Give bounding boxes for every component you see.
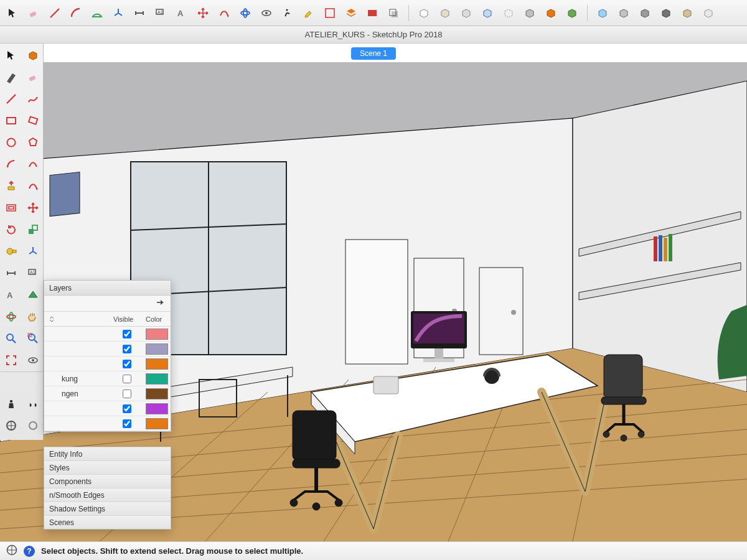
tool-walk-icon[interactable] <box>279 4 296 22</box>
tool-protractor-icon[interactable] <box>88 4 106 22</box>
look-tool-icon[interactable] <box>22 350 44 371</box>
pushpull-tool-icon[interactable] <box>1 175 22 197</box>
tool-eraser-icon[interactable] <box>25 4 42 22</box>
layer-visible-checkbox[interactable] <box>123 390 131 398</box>
paint-bucket-tool-icon[interactable] <box>22 67 44 88</box>
tool-orbit-icon[interactable] <box>237 4 254 22</box>
rotated-rectangle-tool-icon[interactable] <box>22 110 44 131</box>
tool-paint-icon[interactable] <box>300 4 317 22</box>
offset-tool-icon[interactable] <box>1 197 22 218</box>
layer-visible-checkbox[interactable] <box>123 360 131 368</box>
walk-tool-icon[interactable] <box>22 393 44 414</box>
layer-visible-checkbox[interactable] <box>123 404 131 413</box>
tray-components[interactable]: Components <box>44 474 171 488</box>
box-hidden-icon[interactable] <box>500 4 517 22</box>
tool-layers-icon[interactable] <box>342 4 360 22</box>
layer-row[interactable]: ngen <box>44 386 171 401</box>
tool-3dtext-icon[interactable]: A <box>173 4 190 22</box>
layers-menu-icon[interactable] <box>156 298 166 309</box>
tool-scenes-icon[interactable] <box>364 4 381 22</box>
column-color[interactable]: Color <box>143 315 171 323</box>
2pt-arc-tool-icon[interactable] <box>22 154 44 175</box>
box-mono-icon[interactable] <box>521 4 538 22</box>
tape-tool-icon[interactable] <box>1 241 22 262</box>
extra-tool-icon[interactable] <box>22 415 44 436</box>
layer-color-swatch[interactable] <box>146 343 168 355</box>
tool-select-icon[interactable] <box>4 4 21 22</box>
layer-row[interactable] <box>44 342 171 357</box>
zoom-tool-icon[interactable] <box>1 328 22 349</box>
section-tool-icon[interactable] <box>22 284 44 306</box>
tray-styles[interactable]: Styles <box>44 460 171 474</box>
layer-name[interactable]: kung <box>59 375 111 383</box>
3dtext-tool-icon[interactable]: A <box>1 284 22 306</box>
style-c-icon[interactable] <box>636 4 654 22</box>
sandbox-tool-icon[interactable] <box>1 415 22 436</box>
dimension-tool-icon[interactable] <box>1 263 22 284</box>
layer-color-swatch[interactable] <box>146 373 168 385</box>
scale-tool-icon[interactable] <box>22 219 44 240</box>
zoom-window-tool-icon[interactable] <box>22 328 44 349</box>
tool-move-icon[interactable] <box>194 4 212 22</box>
select-tool-icon[interactable] <box>1 45 22 66</box>
layer-row[interactable] <box>44 401 171 416</box>
style-e-icon[interactable] <box>679 4 696 22</box>
tool-line-icon[interactable] <box>46 4 63 22</box>
sort-icon[interactable] <box>44 315 59 323</box>
info-icon[interactable]: ? <box>24 546 35 557</box>
layer-color-swatch[interactable] <box>146 358 168 370</box>
tray-soften-smooth[interactable]: n/Smooth Edges <box>44 488 171 502</box>
rotate-tool-icon[interactable] <box>1 219 22 240</box>
layer-row[interactable]: kung <box>44 371 171 386</box>
style-f-icon[interactable] <box>700 4 717 22</box>
layer-visible-checkbox[interactable] <box>123 375 131 383</box>
layer-visible-checkbox[interactable] <box>123 345 131 353</box>
eraser-tool-icon[interactable] <box>1 67 22 88</box>
layer-color-swatch[interactable] <box>146 403 168 414</box>
tool-shadow-icon[interactable] <box>385 4 402 22</box>
layer-color-swatch[interactable] <box>146 418 168 429</box>
rectangle-tool-icon[interactable] <box>1 110 22 131</box>
tray-entity-info[interactable]: Entity Info <box>44 447 171 460</box>
tray-shadow-settings[interactable]: Shadow Settings <box>44 502 171 515</box>
axes-tool-icon[interactable] <box>22 241 44 262</box>
zoom-extents-tool-icon[interactable] <box>1 350 22 371</box>
line-tool-icon[interactable] <box>1 88 22 110</box>
style-d-icon[interactable] <box>657 4 675 22</box>
box-color-icon[interactable] <box>542 4 560 22</box>
circle-tool-icon[interactable] <box>1 132 22 153</box>
box-front-icon[interactable] <box>436 4 454 22</box>
orbit-tool-icon[interactable] <box>1 306 22 327</box>
make-component-tool-icon[interactable] <box>22 45 44 66</box>
tool-arc-icon[interactable] <box>67 4 85 22</box>
box-tex-icon[interactable] <box>563 4 581 22</box>
arc-tool-icon[interactable] <box>1 154 22 175</box>
freehand-tool-icon[interactable] <box>22 88 44 110</box>
layer-visible-checkbox[interactable] <box>123 330 131 338</box>
tool-look-icon[interactable] <box>258 4 275 22</box>
style-a-icon[interactable] <box>594 4 611 22</box>
layer-row[interactable] <box>44 327 171 342</box>
layer-name[interactable]: ngen <box>59 390 111 398</box>
box-xray-icon[interactable] <box>479 4 496 22</box>
position-camera-tool-icon[interactable] <box>1 393 22 414</box>
layer-color-swatch[interactable] <box>146 329 168 340</box>
tool-text-icon[interactable]: A1 <box>152 4 169 22</box>
layers-panel[interactable]: Layers Visible Color kungngen <box>44 280 171 432</box>
tool-dimension-icon[interactable] <box>131 4 148 22</box>
tool-followme-icon[interactable] <box>215 4 233 22</box>
pan-tool-icon[interactable] <box>22 306 44 327</box>
box-back-icon[interactable] <box>458 4 475 22</box>
layer-visible-checkbox[interactable] <box>123 419 131 428</box>
layer-row[interactable] <box>44 416 171 431</box>
move-tool-icon[interactable] <box>22 197 44 218</box>
style-b-icon[interactable] <box>615 4 632 22</box>
layers-panel-title[interactable]: Layers <box>44 281 171 296</box>
box-empty-icon[interactable] <box>415 4 433 22</box>
polygon-tool-icon[interactable] <box>22 132 44 153</box>
layer-row[interactable] <box>44 357 171 371</box>
tool-outliner-icon[interactable] <box>321 4 339 22</box>
tool-axes-icon[interactable] <box>110 4 127 22</box>
layer-color-swatch[interactable] <box>146 388 168 399</box>
column-visible[interactable]: Visible <box>111 315 143 323</box>
